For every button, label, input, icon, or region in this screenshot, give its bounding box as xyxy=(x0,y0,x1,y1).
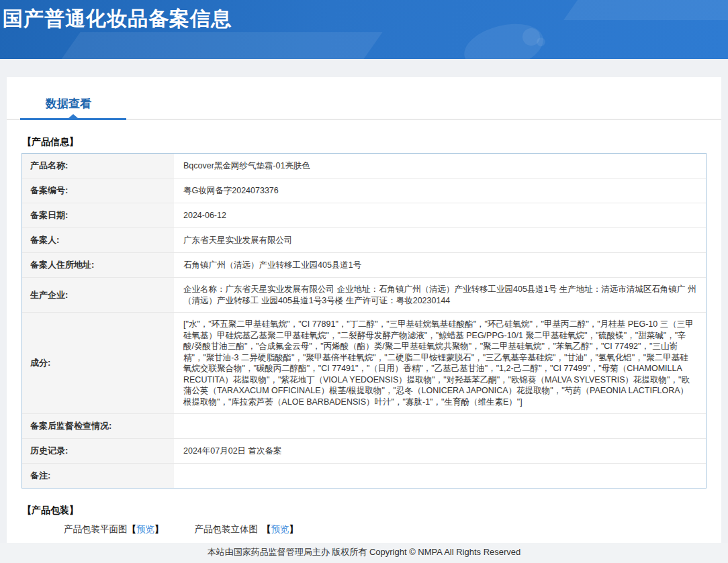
row-label: 备案人住所地址: xyxy=(22,253,174,277)
packaging-links-row: 产品包装平面图 【 预览 】 产品包装立体图 【 预览 】 xyxy=(64,523,721,535)
table-row: 生产企业: 企业名称：广东省天星实业发展有限公司 企业地址：石角镇广州（清远）产… xyxy=(22,277,706,312)
table-row: 备注: xyxy=(22,463,706,488)
row-value: 2024年07月02日 首次备案 xyxy=(174,439,706,463)
header-decoration-band xyxy=(47,32,382,59)
tab-active-indicator xyxy=(20,118,126,120)
packaging-stereo-item: 产品包装立体图 【 预览 】 xyxy=(195,523,299,535)
table-row: 产品名称: Bqcover黑金网纱气垫霜-01亮肤色 xyxy=(22,154,706,178)
row-value: 企业名称：广东省天星实业发展有限公司 企业地址：石角镇广州（清远）产业转移工业园… xyxy=(174,278,706,312)
row-label: 成分: xyxy=(22,313,174,413)
registrant-address-value: 石角镇广州（清远）产业转移工业园405县道1号 xyxy=(183,260,696,271)
history-record-value: 2024年07月02日 首次备案 xyxy=(183,446,696,457)
row-label: 生产企业: xyxy=(22,278,174,312)
packaging-stereo-preview-link[interactable]: 预览 xyxy=(271,523,289,535)
bracket-close: 】 xyxy=(289,523,299,535)
packaging-flat-item: 产品包装平面图 【 预览 】 xyxy=(64,523,164,535)
registration-date-value: 2024-06-12 xyxy=(183,210,696,221)
row-value: 石角镇广州（清远）产业转移工业园405县道1号 xyxy=(174,253,706,277)
table-row: 备案后监督检查情况: xyxy=(22,413,706,438)
registration-number-value: 粤G妆网备字2024073376 xyxy=(183,185,696,197)
row-value xyxy=(174,414,706,438)
table-row: 成分: ["水"，"环五聚二甲基硅氧烷"，"CI 77891"，"丁二醇"，"三… xyxy=(22,312,706,413)
bracket-open: 【 xyxy=(262,523,271,535)
row-value: 粤G妆网备字2024073376 xyxy=(174,178,706,203)
page-footer: 本站由国家药品监督管理局主办 版权所有 Copyright © NMPA All… xyxy=(0,543,728,563)
table-row: 备案日期: 2024-06-12 xyxy=(22,203,706,227)
header-decoration-circle xyxy=(537,38,545,46)
table-row: 备案编号: 粤G妆网备字2024073376 xyxy=(22,178,706,203)
bracket-close: 】 xyxy=(154,523,164,535)
section-title-packaging: 【产品包装】 xyxy=(22,505,721,517)
table-row: 备案人住所地址: 石角镇广州（清远）产业转移工业园405县道1号 xyxy=(22,252,706,277)
row-label: 备案后监督检查情况: xyxy=(22,414,174,438)
content-card: 数据查看 【产品信息】 产品名称: Bqcover黑金网纱气垫霜-01亮肤色 备… xyxy=(7,77,721,563)
row-label: 备案日期: xyxy=(22,203,174,227)
row-value: 2024-06-12 xyxy=(174,203,706,227)
product-info-table: 产品名称: Bqcover黑金网纱气垫霜-01亮肤色 备案编号: 粤G妆网备字2… xyxy=(21,153,707,489)
bracket-open: 【 xyxy=(128,523,137,535)
row-label: 备案人: xyxy=(22,228,174,252)
packaging-flat-preview-link[interactable]: 预览 xyxy=(136,523,154,535)
page-header: 国产普通化妆品备案信息 xyxy=(0,0,728,59)
tab-data-view[interactable]: 数据查看 xyxy=(46,96,91,111)
row-value: 广东省天星实业发展有限公司 xyxy=(174,228,706,252)
row-value: Bqcover黑金网纱气垫霜-01亮肤色 xyxy=(174,154,706,178)
row-value: ["水"，"环五聚二甲基硅氧烷"，"CI 77891"，"丁二醇"，"三甲基硅烷… xyxy=(174,313,706,413)
table-row: 备案人: 广东省天星实业发展有限公司 xyxy=(22,227,706,252)
row-label: 备注: xyxy=(22,464,174,488)
packaging-flat-label: 产品包装平面图 xyxy=(64,523,128,535)
row-label: 备案编号: xyxy=(22,178,174,203)
row-value xyxy=(174,464,706,488)
product-name-value: Bqcover黑金网纱气垫霜-01亮肤色 xyxy=(183,160,696,172)
row-label: 历史记录: xyxy=(22,439,174,463)
section-title-product-info: 【产品信息】 xyxy=(22,136,721,148)
tab-bar: 数据查看 xyxy=(7,77,721,120)
table-row: 历史记录: 2024年07月02日 首次备案 xyxy=(22,438,706,463)
registrant-value: 广东省天星实业发展有限公司 xyxy=(183,235,696,246)
page-title: 国产普通化妆品备案信息 xyxy=(0,0,728,33)
packaging-stereo-label: 产品包装立体图 xyxy=(195,523,259,535)
ingredients-value: ["水"，"环五聚二甲基硅氧烷"，"CI 77891"，"丁二醇"，"三甲基硅烷… xyxy=(183,319,696,407)
manufacturer-value: 企业名称：广东省天星实业发展有限公司 企业地址：石角镇广州（清远）产业转移工业园… xyxy=(183,284,696,306)
row-label: 产品名称: xyxy=(22,154,174,178)
